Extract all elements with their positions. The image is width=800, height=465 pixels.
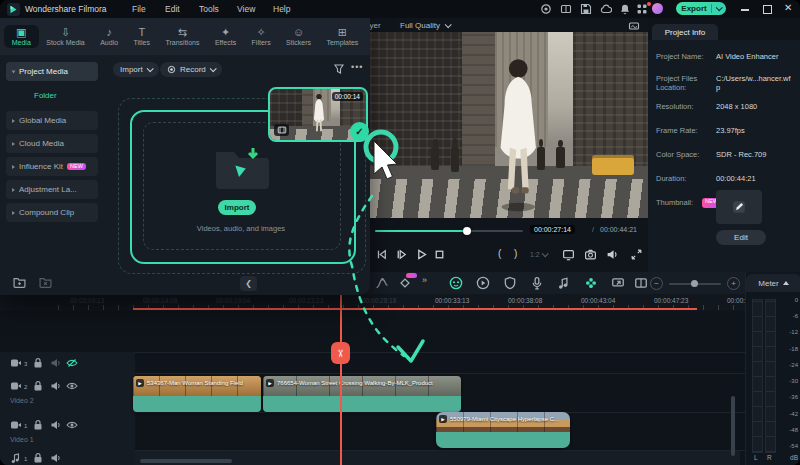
filter-funnel-icon[interactable] bbox=[333, 63, 345, 75]
sidebar-item-adjustment-layer[interactable]: Adjustment La... bbox=[6, 180, 98, 199]
tab-effects[interactable]: ✦Effects bbox=[207, 25, 244, 48]
export-button[interactable]: Export bbox=[676, 2, 726, 15]
snapshot-camera-icon[interactable] bbox=[584, 248, 597, 261]
collapse-panel-button[interactable]: ❮ bbox=[240, 276, 257, 291]
timeline-clip[interactable]: ▶550979-Miami Cityscape Hyperlapse C... bbox=[436, 412, 570, 448]
maximize-button[interactable] bbox=[763, 5, 772, 14]
notifications-bell-icon[interactable] bbox=[619, 3, 631, 15]
timeline-clip[interactable]: ▶766654-Woman Street Crossing Walking-By… bbox=[263, 376, 461, 412]
preview-zoom-ratio[interactable]: 1:2 bbox=[530, 251, 547, 258]
track-lock-icon[interactable] bbox=[32, 419, 44, 431]
menu-tools[interactable]: Tools bbox=[199, 4, 219, 14]
tab-filters[interactable]: ✧Filters bbox=[244, 25, 279, 48]
track-volume-icon[interactable] bbox=[50, 452, 62, 464]
stop-button[interactable] bbox=[433, 248, 446, 261]
track-visible-eye-icon[interactable] bbox=[66, 380, 78, 392]
track-mute-icon[interactable] bbox=[50, 357, 62, 369]
tab-stickers[interactable]: ☺Stickers bbox=[278, 25, 318, 48]
timeline-clip[interactable]: ▶534367-Man Woman Standing Field bbox=[133, 376, 261, 412]
speaker-icon[interactable] bbox=[606, 248, 619, 261]
track-header-video1[interactable]: 1 Video 1 bbox=[0, 412, 135, 450]
playhead[interactable] bbox=[340, 294, 342, 465]
preview-seek-bar[interactable] bbox=[375, 230, 523, 232]
minimize-button[interactable] bbox=[741, 9, 749, 11]
track-visible-eye-icon[interactable] bbox=[66, 419, 78, 431]
shield-icon[interactable] bbox=[503, 276, 517, 290]
user-avatar[interactable] bbox=[652, 3, 663, 14]
sidebar-item-compound-clip[interactable]: Compound Clip bbox=[6, 203, 98, 222]
fullscreen-icon[interactable] bbox=[630, 248, 643, 261]
close-button[interactable]: ✕ bbox=[784, 2, 792, 13]
save-icon[interactable] bbox=[580, 3, 592, 15]
tab-titles[interactable]: TTitles bbox=[126, 25, 158, 48]
import-dropdown-button[interactable]: Import bbox=[113, 62, 159, 77]
video-scopes-icon[interactable] bbox=[628, 20, 640, 32]
speed-ramping-icon[interactable] bbox=[476, 276, 490, 290]
zoom-out-button[interactable]: − bbox=[650, 277, 663, 290]
tab-project-info[interactable]: Project Info bbox=[652, 24, 718, 40]
more-options-icon[interactable]: ••• bbox=[351, 62, 363, 72]
record-dropdown-button[interactable]: Record bbox=[160, 62, 222, 77]
seek-handle[interactable] bbox=[463, 227, 471, 235]
horizontal-scrollbar[interactable] bbox=[140, 459, 232, 463]
tab-media[interactable]: ▣Media bbox=[4, 25, 39, 48]
tab-transitions[interactable]: ⇆Transitions bbox=[158, 25, 207, 48]
menu-help[interactable]: Help bbox=[273, 4, 290, 14]
track-header-audio1[interactable]: 1 bbox=[0, 450, 135, 465]
playhead-scissors-icon[interactable]: ✂ bbox=[331, 342, 350, 364]
video-preview-frame[interactable] bbox=[370, 32, 648, 218]
preview-quality-dropdown[interactable]: Full Quality bbox=[400, 21, 450, 30]
sidebar-item-global-media[interactable]: Global Media bbox=[6, 111, 98, 130]
tab-audio[interactable]: ♪Audio bbox=[92, 25, 125, 48]
display-mode-icon[interactable] bbox=[562, 248, 575, 261]
keyframe-curve-icon[interactable] bbox=[375, 276, 389, 290]
meter-channel-left: L bbox=[754, 454, 758, 461]
audio-note-icon[interactable] bbox=[557, 276, 571, 290]
screen-share-icon[interactable] bbox=[611, 276, 625, 290]
more-tools-chevrons-icon[interactable]: » bbox=[422, 275, 427, 285]
track-lock-icon[interactable] bbox=[32, 357, 44, 369]
menu-edit[interactable]: Edit bbox=[165, 4, 180, 14]
edit-thumbnail-button[interactable]: Edit bbox=[716, 230, 766, 245]
ruler-timestamp: 00:00:09:13 bbox=[70, 297, 104, 304]
menu-view[interactable]: View bbox=[237, 4, 255, 14]
mark-in-button[interactable]: ( bbox=[498, 248, 501, 259]
sidebar-item-cloud-media[interactable]: Cloud Media bbox=[6, 134, 98, 153]
ai-copilot-icon[interactable] bbox=[449, 276, 463, 290]
field-duration: Duration:00:00:44:21 bbox=[656, 174, 794, 183]
zoom-in-button[interactable]: + bbox=[727, 277, 740, 290]
new-folder-icon[interactable] bbox=[12, 276, 27, 289]
keyframe-icon[interactable] bbox=[398, 276, 412, 290]
layout-icon[interactable] bbox=[560, 3, 572, 15]
mark-out-button[interactable]: ) bbox=[514, 248, 517, 259]
delete-folder-icon[interactable] bbox=[38, 276, 53, 289]
zoom-slider[interactable] bbox=[669, 283, 721, 285]
track-lock-icon[interactable] bbox=[32, 380, 44, 392]
split-view-icon[interactable] bbox=[634, 276, 648, 290]
voiceover-mic-icon[interactable] bbox=[530, 276, 544, 290]
tab-stock-media[interactable]: ⇩Stock Media bbox=[39, 25, 93, 48]
track-header-video2[interactable]: 2 Video 2 bbox=[0, 373, 135, 412]
track-header-video3[interactable]: 3 bbox=[0, 352, 135, 373]
track-lock-icon[interactable] bbox=[32, 452, 44, 464]
next-frame-button[interactable] bbox=[395, 248, 408, 261]
ai-tools-icon[interactable] bbox=[584, 276, 598, 290]
sidebar-item-influence-kit[interactable]: Influence Kit NEW bbox=[6, 157, 98, 176]
sidebar-item-folder[interactable]: Folder bbox=[34, 91, 57, 100]
previous-frame-button[interactable] bbox=[375, 248, 388, 261]
meter-header[interactable]: Meter bbox=[746, 274, 800, 292]
track-hidden-eye-icon[interactable] bbox=[66, 357, 78, 369]
track-volume-icon[interactable] bbox=[50, 419, 62, 431]
screen-record-icon[interactable] bbox=[540, 3, 552, 15]
dropzone-import-button[interactable]: Import bbox=[218, 200, 256, 215]
zoom-slider-handle[interactable] bbox=[691, 280, 698, 287]
ruler-timestamp: 00:00:28:18 bbox=[362, 297, 396, 304]
track-volume-icon[interactable] bbox=[50, 380, 62, 392]
tab-templates[interactable]: ⊞Templates bbox=[319, 25, 366, 48]
vertical-scrollbar[interactable] bbox=[731, 396, 735, 456]
sidebar-item-project-media[interactable]: Project Media bbox=[6, 62, 98, 81]
menu-file[interactable]: File bbox=[132, 4, 146, 14]
play-button[interactable] bbox=[415, 248, 428, 261]
cloud-icon[interactable] bbox=[600, 3, 612, 15]
thumbnail-preview-box[interactable] bbox=[716, 190, 762, 224]
